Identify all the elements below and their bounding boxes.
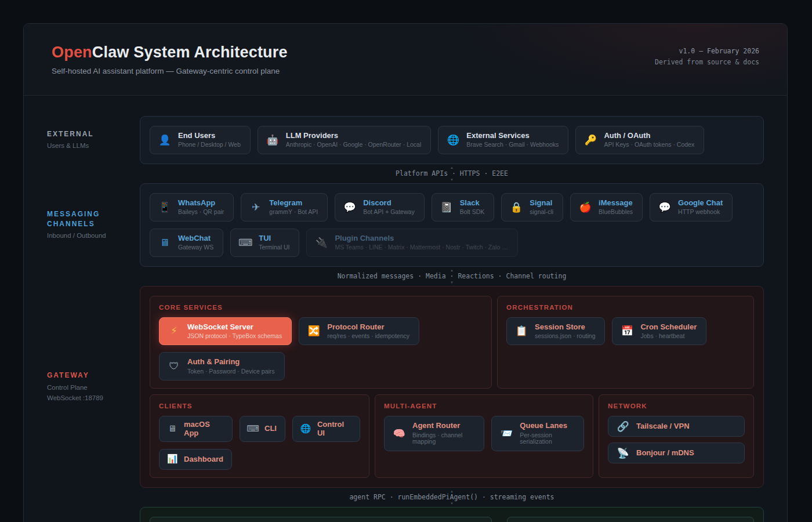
- panel-clients-header: CLIENTS: [159, 403, 360, 409]
- chat-icon: 💬: [657, 202, 672, 212]
- node-title: Telegram: [269, 199, 318, 207]
- messaging-row: MESSAGING CHANNELS Inbound / Outbound 📱 …: [24, 183, 787, 267]
- node-whatsapp: 📱 WhatsAppBaileys · QR pair: [150, 193, 234, 222]
- rail-agent: [24, 507, 140, 522]
- envelope-icon: 📨: [499, 429, 514, 438]
- node-subtitle: API Keys · OAuth tokens · Codex: [604, 142, 694, 148]
- apple-icon: 🍎: [578, 202, 593, 212]
- page-header: OpenClaw System Architecture Self-hosted…: [24, 24, 787, 96]
- node-title: Discord: [363, 199, 414, 207]
- node-title: TUI: [259, 234, 289, 242]
- node-subtitle: Brave Search · Gmail · Webhooks: [466, 142, 559, 148]
- panel-core-services-header: CORE SERVICES: [159, 304, 483, 311]
- connector-label: Platform APIs · HTTPS · E2EE: [392, 169, 512, 178]
- page-title: OpenClaw System Architecture: [52, 44, 759, 61]
- header-meta: v1.0 — February 2026 Derived from source…: [655, 46, 759, 68]
- node-macos-app: 🖥 macOS App: [159, 416, 233, 442]
- bolt-icon: ⚡: [166, 326, 182, 336]
- node-google-chat: 💬 Google ChatHTTP webhook: [650, 193, 733, 222]
- clipboard-icon: 📋: [514, 326, 529, 336]
- node-end-users: 👤 End UsersPhone / Desktop / Web: [150, 126, 251, 154]
- connector-gateway-agent: ▲ agent RPC · runEmbeddedPiAgent() · str…: [140, 488, 764, 507]
- node-title: External Services: [466, 132, 559, 140]
- node-subtitle: Bolt SDK: [460, 209, 485, 216]
- panel-multi-agent-header: MULTI-AGENT: [384, 403, 584, 409]
- phone-icon: 📱: [157, 202, 172, 212]
- node-subtitle: Bindings · channel mapping: [412, 432, 474, 445]
- bar-chart-icon: 📊: [165, 455, 179, 463]
- node-subtitle: sessions.json · routing: [535, 333, 595, 340]
- node-subtitle: Jobs · heartbeat: [640, 333, 697, 340]
- gateway-band: CORE SERVICES ⚡ WebSocket ServerJSON pro…: [140, 286, 764, 488]
- node-title: Auth / OAuth: [604, 132, 694, 140]
- user-icon: 👤: [157, 135, 172, 145]
- node-websocket-server: ⚡ WebSocket ServerJSON protocol · TypeBo…: [159, 317, 292, 346]
- arrow-down-icon: ▼: [450, 281, 454, 284]
- robot-icon: 🤖: [265, 135, 280, 145]
- panel-model-layer: MODEL LAYER (PI-AI) 🍎 Model Registry 🔑 A…: [507, 517, 754, 522]
- node-control-ui: 🌐 Control UI: [292, 416, 360, 442]
- node-title: Google Chat: [678, 199, 723, 207]
- monitor-icon: 🖥: [157, 238, 172, 248]
- node-title: Queue Lanes: [520, 422, 574, 430]
- node-external-services: 🌐 External ServicesBrave Search · Gmail …: [438, 126, 568, 154]
- node-title: iMessage: [599, 199, 633, 207]
- connector-label: Normalized messages · Media · Reactions …: [334, 272, 570, 281]
- lock-icon: 🔒: [509, 202, 524, 212]
- rail-gateway-label: GATEWAY: [47, 371, 140, 380]
- node-bonjour-mdns: 📡 Bonjour / mDNS: [608, 443, 745, 463]
- panel-network: NETWORK 🔗 Tailscale / VPN 📡 Bonjour / mD…: [599, 394, 754, 478]
- node-title: Plugin Channels: [335, 234, 507, 242]
- node-title: Dashboard: [184, 455, 223, 463]
- node-subtitle: MS Teams · LINE · Matrix · Mattermost · …: [335, 244, 507, 251]
- node-title: WebSocket Server: [187, 323, 282, 331]
- node-subtitle: signal-cli: [530, 209, 553, 216]
- page-title-rest: Claw System Architecture: [92, 44, 288, 61]
- source-label: Derived from source & docs: [655, 57, 759, 68]
- node-subtitle: HTTP webhook: [678, 209, 723, 216]
- node-cron-scheduler: 📅 Cron SchedulerJobs · heartbeat: [612, 317, 706, 346]
- node-tailscale-vpn: 🔗 Tailscale / VPN: [608, 416, 745, 437]
- node-auth-pairing: 🛡 Auth & PairingToken · Password · Devic…: [159, 352, 285, 380]
- node-title: Session Store: [535, 323, 595, 331]
- external-band: 👤 End UsersPhone / Desktop / Web 🤖 LLM P…: [140, 116, 764, 164]
- node-signal: 🔒 Signalsignal-cli: [501, 193, 563, 222]
- node-cli: ⌨ CLI: [240, 416, 285, 442]
- panel-agent-loop: AGENT LOOP (PI-CODING-AGENT) ⚙ AgentSess…: [150, 517, 492, 522]
- panel-core-services: CORE SERVICES ⚡ WebSocket ServerJSON pro…: [150, 296, 492, 389]
- globe-icon: 🌐: [445, 135, 461, 145]
- node-subtitle: Token · Password · Device pairs: [187, 368, 275, 375]
- node-auth-oauth: 🔑 Auth / OAuthAPI Keys · OAuth tokens · …: [575, 126, 704, 154]
- node-slack: 📓 SlackBolt SDK: [432, 193, 495, 222]
- node-title: Auth & Pairing: [187, 358, 275, 366]
- node-title: macOS App: [184, 420, 224, 437]
- node-subtitle: JSON protocol · TypeBox schemas: [187, 333, 282, 340]
- speech-bubble-icon: 💬: [342, 202, 357, 212]
- panel-multi-agent: MULTI-AGENT 🧠 Agent RouterBindings · cha…: [375, 394, 593, 478]
- keyboard-icon: ⌨: [246, 425, 260, 433]
- monitor-icon: 🖥: [165, 425, 179, 433]
- node-plugin-channels: 🔌 Plugin ChannelsMS Teams · LINE · Matri…: [306, 229, 517, 257]
- node-subtitle: grammY · Bot API: [269, 209, 318, 216]
- rail-gateway: GATEWAY Control Plane WebSocket :18789: [24, 286, 140, 488]
- agent-band: AGENT LOOP (PI-CODING-AGENT) ⚙ AgentSess…: [140, 507, 764, 522]
- brain-icon: 🧠: [392, 429, 407, 438]
- node-title: CLI: [264, 425, 277, 433]
- rail-messaging: MESSAGING CHANNELS Inbound / Outbound: [24, 183, 140, 267]
- panel-orchestration: ORCHESTRATION 📋 Session Storesessions.js…: [497, 296, 754, 389]
- node-tui: ⌨ TUITerminal UI: [230, 229, 299, 257]
- shuffle-icon: 🔀: [306, 326, 321, 336]
- version-label: v1.0 — February 2026: [655, 46, 759, 57]
- node-subtitle: Bot API + Gateway: [363, 209, 414, 216]
- panel-clients: CLIENTS 🖥 macOS App ⌨ CLI 🌐 Control UI: [150, 394, 369, 478]
- rail-gateway-sub2: WebSocket :18789: [47, 393, 140, 403]
- node-imessage: 🍎 iMessageBlueBubbles: [570, 193, 643, 222]
- page-title-accent: Open: [52, 44, 92, 61]
- connector-external-messaging: ▲ Platform APIs · HTTPS · E2EE ▼: [140, 164, 764, 183]
- diagram-frame: OpenClaw System Architecture Self-hosted…: [23, 23, 788, 522]
- notebook-icon: 📓: [439, 202, 454, 212]
- calendar-icon: 📅: [619, 326, 635, 336]
- node-dashboard: 📊 Dashboard: [159, 449, 232, 470]
- node-subtitle: Baileys · QR pair: [178, 209, 224, 216]
- node-session-store: 📋 Session Storesessions.json · routing: [506, 317, 605, 346]
